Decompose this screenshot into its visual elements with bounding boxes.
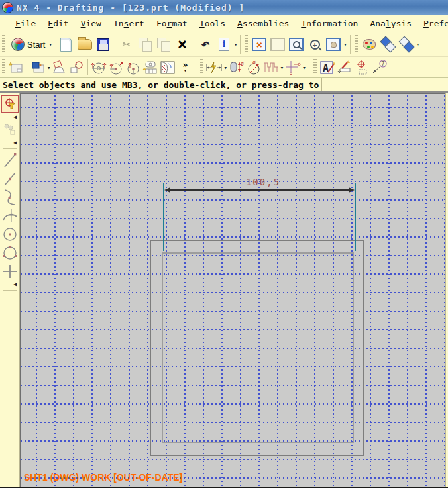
prompt-message: Select objects and use MB3, or double-cl… bbox=[0, 80, 321, 90]
chevron-down-icon[interactable]: ▾ bbox=[47, 64, 50, 71]
base-view-button[interactable] bbox=[29, 59, 46, 76]
delete-button[interactable]: × bbox=[173, 35, 192, 54]
display-settings-button[interactable] bbox=[360, 35, 378, 54]
drafting-toolbar: ▾ bbox=[0, 57, 448, 78]
chevron-down-icon[interactable]: ▾ bbox=[343, 41, 347, 48]
chevron-down-icon[interactable]: ▾ bbox=[280, 64, 284, 71]
toolbar-grip[interactable] bbox=[2, 35, 5, 54]
rail-expander-icon[interactable]: ◀ bbox=[13, 281, 17, 287]
view-table-button[interactable] bbox=[142, 59, 159, 76]
toolbar-grip[interactable] bbox=[313, 59, 317, 75]
dimension-extension-line-right[interactable] bbox=[355, 183, 356, 251]
undo-button[interactable]: ↶ bbox=[196, 35, 215, 54]
cylindrical-dimension-icon: ø bbox=[229, 60, 245, 75]
cut-button: ✂ bbox=[117, 35, 136, 54]
pan-hand-icon bbox=[326, 38, 341, 51]
toolbar-grip[interactable] bbox=[200, 59, 203, 75]
menu-analysis[interactable]: Analysis bbox=[364, 17, 418, 30]
dimension-value[interactable]: 100,5 bbox=[233, 177, 293, 187]
menu-tools[interactable]: Tools bbox=[194, 17, 231, 30]
show-hide-button[interactable] bbox=[378, 35, 397, 54]
menu-insert[interactable]: Insert bbox=[107, 17, 150, 30]
centerline-icon bbox=[284, 60, 302, 75]
dimension-extension-line-left[interactable] bbox=[163, 183, 164, 251]
rail-expander-icon[interactable]: ◀ bbox=[13, 140, 17, 146]
toolbar-overflow-button[interactable]: » ▾ bbox=[176, 59, 194, 76]
title-bar: NX 4 - Drafting - [123.prt (Modified) ] bbox=[0, 0, 448, 15]
arc-icon bbox=[2, 207, 18, 224]
snap-point-button bbox=[1, 121, 19, 138]
spline-button[interactable] bbox=[1, 189, 19, 206]
dimension-line[interactable] bbox=[166, 189, 353, 191]
chevron-down-icon[interactable]: ▾ bbox=[234, 41, 237, 48]
start-label: Start bbox=[27, 40, 45, 50]
toolbar-separator bbox=[87, 59, 88, 75]
standard-views-button[interactable] bbox=[51, 59, 68, 76]
line-point-button[interactable] bbox=[1, 170, 19, 187]
centerline-button[interactable] bbox=[284, 59, 302, 76]
chevron-down-icon: ▾ bbox=[184, 68, 187, 73]
svg-text:ø: ø bbox=[241, 61, 244, 67]
insert-sheet-button[interactable] bbox=[7, 59, 25, 76]
inferred-dimension-button[interactable] bbox=[205, 59, 223, 76]
arc-button[interactable] bbox=[1, 207, 19, 224]
toolbar-grip[interactable] bbox=[355, 35, 358, 54]
menu-view[interactable]: View bbox=[75, 17, 107, 30]
open-button[interactable] bbox=[76, 35, 94, 54]
menu-preferences[interactable]: Preferences bbox=[418, 17, 448, 30]
menu-format[interactable]: Format bbox=[150, 17, 194, 30]
information-button[interactable]: i bbox=[215, 35, 233, 54]
toolbar-grip[interactable] bbox=[2, 59, 5, 75]
line-button[interactable] bbox=[1, 152, 19, 169]
zoom-in-out-icon: + bbox=[310, 40, 320, 50]
revolved-section-view-button[interactable] bbox=[125, 59, 142, 76]
diameter-dimension-button[interactable]: ø bbox=[245, 59, 262, 76]
start-globe-icon bbox=[11, 38, 25, 51]
rail-expander-icon[interactable]: ◀ bbox=[13, 114, 17, 120]
graphics-canvas[interactable]: 100,5 SHT1 (DWG) WORK [OUT-OF-DATE] bbox=[20, 93, 445, 487]
start-button[interactable]: Start ▾ bbox=[7, 35, 57, 54]
chevron-down-icon[interactable]: ▾ bbox=[302, 64, 306, 71]
circle-points-button[interactable] bbox=[1, 244, 19, 262]
cylindrical-dimension-button[interactable]: ø bbox=[228, 59, 245, 76]
point-icon bbox=[2, 264, 18, 279]
text-button[interactable]: A bbox=[319, 59, 336, 76]
breakout-section-button[interactable] bbox=[159, 59, 176, 76]
selection-filter-button[interactable] bbox=[1, 95, 19, 113]
menu-information[interactable]: Information bbox=[295, 17, 364, 30]
section-view-icon bbox=[90, 60, 107, 75]
detail-view-icon bbox=[69, 60, 85, 75]
zoom-in-out-button[interactable]: + bbox=[306, 35, 324, 54]
utility-symbol-button[interactable] bbox=[353, 59, 370, 76]
toolbar-separator bbox=[196, 59, 196, 75]
nx-logo-icon bbox=[2, 2, 13, 13]
new-button[interactable] bbox=[57, 35, 76, 54]
section-view-button[interactable] bbox=[90, 59, 107, 76]
point-button[interactable] bbox=[1, 263, 19, 280]
chevron-down-icon[interactable]: ▾ bbox=[416, 41, 420, 48]
ordinate-dimension-button[interactable] bbox=[262, 59, 280, 76]
revolved-section-view-icon bbox=[125, 60, 141, 75]
drawing-rect[interactable] bbox=[162, 252, 354, 443]
chevron-down-icon[interactable]: ▾ bbox=[223, 64, 227, 71]
toolbar-separator bbox=[194, 35, 194, 54]
copy-button bbox=[136, 35, 154, 54]
id-symbol-button[interactable]: 7 bbox=[370, 59, 388, 76]
circle-center-button[interactable] bbox=[1, 226, 19, 243]
menu-edit[interactable]: Edit bbox=[42, 17, 74, 30]
show-hide-icon bbox=[380, 37, 395, 52]
reverse-show-hide-button[interactable] bbox=[397, 35, 416, 54]
half-section-view-button[interactable] bbox=[107, 59, 125, 76]
inferred-dimension-icon bbox=[205, 60, 223, 75]
pan-button[interactable] bbox=[324, 35, 343, 54]
fit-button[interactable]: × bbox=[250, 35, 268, 54]
annotation-editor-button[interactable] bbox=[336, 59, 353, 76]
menu-assemblies[interactable]: Assemblies bbox=[231, 17, 295, 30]
base-view-icon bbox=[30, 61, 45, 74]
detail-view-button[interactable] bbox=[68, 59, 85, 76]
toolbar-grip[interactable] bbox=[245, 35, 248, 54]
zoom-window-button[interactable] bbox=[287, 35, 306, 54]
reverse-show-hide-icon bbox=[399, 37, 414, 52]
save-button[interactable] bbox=[94, 35, 113, 54]
menu-file[interactable]: File bbox=[9, 17, 42, 30]
